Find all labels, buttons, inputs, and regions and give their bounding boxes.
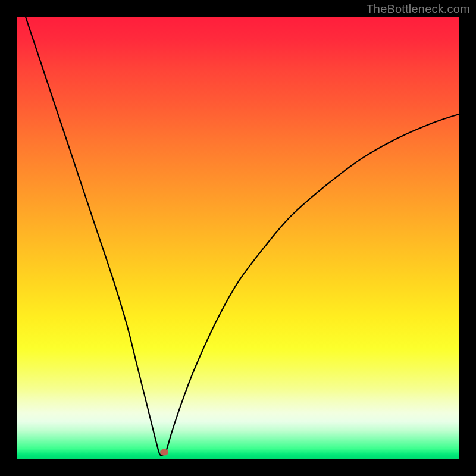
watermark-text: TheBottleneck.com [366, 2, 470, 16]
chart-frame: TheBottleneck.com [0, 0, 476, 476]
optimal-point-marker [160, 449, 168, 456]
plot-area [17, 17, 459, 459]
bottleneck-curve [17, 17, 459, 459]
